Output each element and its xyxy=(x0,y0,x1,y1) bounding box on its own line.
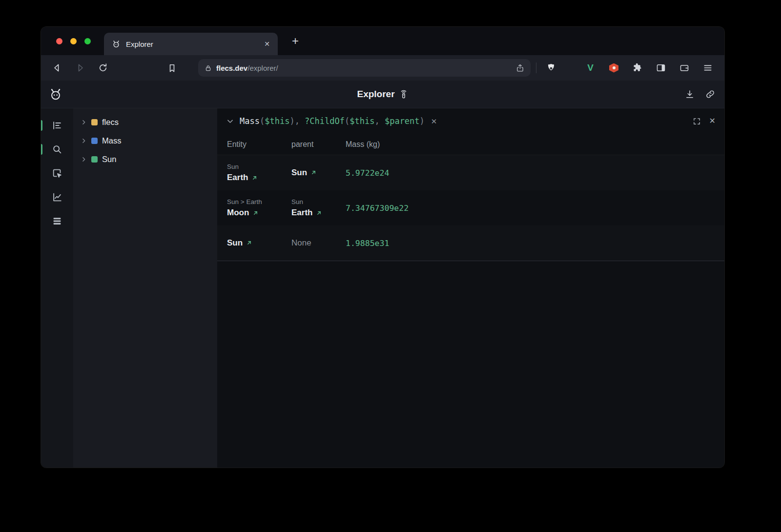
address-bar[interactable]: flecs.dev/explorer/ xyxy=(198,59,531,77)
back-button[interactable] xyxy=(48,59,66,77)
maximize-window-button[interactable] xyxy=(84,38,91,44)
remote-connection-icon xyxy=(399,90,409,99)
minimize-window-button[interactable] xyxy=(70,38,77,44)
query-token: $parent xyxy=(385,116,420,126)
tree-item-sun[interactable]: Sun xyxy=(81,150,217,168)
goto-entity-icon[interactable] xyxy=(252,210,259,216)
entity-color-swatch xyxy=(91,138,98,144)
wallet-icon[interactable] xyxy=(675,59,693,77)
entity-name: Moon xyxy=(227,207,249,219)
tab-title: Explorer xyxy=(126,40,259,48)
column-header-mass: Mass (kg) xyxy=(346,134,724,155)
flecs-logo[interactable] xyxy=(49,87,62,101)
rail-item-inspect[interactable] xyxy=(41,168,73,179)
close-window-button[interactable] xyxy=(56,38,62,44)
query-text[interactable]: Mass($this), ?ChildOf($this, $parent) xyxy=(240,116,425,126)
table-body: Sun Earth Sun xyxy=(217,155,724,261)
active-indicator xyxy=(41,120,42,131)
app-body: flecs Mass Sun xyxy=(41,108,724,468)
goto-entity-icon[interactable] xyxy=(251,175,258,181)
clear-query-icon[interactable]: ✕ xyxy=(431,118,437,125)
entity-color-swatch xyxy=(91,119,98,125)
close-panel-icon[interactable]: ✕ xyxy=(709,117,716,125)
download-icon[interactable] xyxy=(681,86,698,102)
vue-devtools-icon[interactable]: V xyxy=(581,59,599,77)
new-tab-button[interactable]: + xyxy=(288,33,303,49)
table-row: Sun > Earth Moon Sun Earth xyxy=(217,190,724,225)
query-panel: Mass($this), ?ChildOf($this, $parent) ✕ … xyxy=(217,108,724,468)
tab-close-icon[interactable]: ✕ xyxy=(264,41,270,47)
icon-rail xyxy=(41,108,73,468)
query-bar: Mass($this), ?ChildOf($this, $parent) ✕ … xyxy=(217,108,724,134)
hexagon-extension-icon[interactable] xyxy=(605,59,623,77)
table-row: Sun None 1.9885e31 xyxy=(217,225,724,261)
query-token: ( xyxy=(260,116,265,126)
goto-entity-icon[interactable] xyxy=(316,210,322,216)
extensions-puzzle-icon[interactable] xyxy=(628,59,646,77)
entity-cell: Sun xyxy=(227,225,291,261)
traffic-lights xyxy=(41,38,91,44)
table-row: Sun Earth Sun xyxy=(217,155,724,190)
column-header-parent: parent xyxy=(291,134,346,155)
rail-item-logs[interactable] xyxy=(41,216,73,226)
mass-value: 7.34767309e22 xyxy=(346,204,724,213)
mass-value: 5.9722e24 xyxy=(346,168,724,178)
rail-item-charts[interactable] xyxy=(41,192,73,203)
entity-parent-path: Sun xyxy=(227,162,291,172)
toolbar-separator xyxy=(536,62,536,73)
column-header-entity: Entity xyxy=(227,134,291,155)
chevron-right-icon[interactable] xyxy=(81,119,87,125)
parent-parent-path: Sun xyxy=(291,197,346,207)
tree-item-label: flecs xyxy=(102,118,119,127)
entity-name: Earth xyxy=(227,172,248,184)
share-icon[interactable] xyxy=(516,64,524,72)
query-token: ( xyxy=(345,116,349,126)
rail-item-search[interactable] xyxy=(41,144,73,155)
sidebar-toggle-icon[interactable] xyxy=(652,59,670,77)
entity-cell: Sun > Earth Moon xyxy=(227,190,291,225)
parent-name: None xyxy=(291,237,311,249)
page-title: Explorer xyxy=(357,89,408,100)
expand-icon[interactable] xyxy=(693,117,701,125)
chevron-right-icon[interactable] xyxy=(81,138,87,144)
url-path: /explorer/ xyxy=(247,64,278,72)
query-token: ?ChildOf xyxy=(305,116,345,126)
entity-cell: Sun Earth xyxy=(227,155,291,190)
tree-item-label: Sun xyxy=(102,155,116,164)
parent-name: Sun xyxy=(291,167,307,179)
parent-cell: Sun xyxy=(291,155,346,190)
desktop-background: Explorer ✕ + flecs.dev/expl xyxy=(0,0,781,532)
entity-color-swatch xyxy=(91,156,98,163)
chevron-right-icon[interactable] xyxy=(81,156,87,163)
goto-entity-icon[interactable] xyxy=(246,240,252,246)
mass-cell: 7.34767309e22 xyxy=(346,190,724,225)
header-actions xyxy=(681,86,724,102)
app-header: Explorer xyxy=(41,81,724,108)
lock-icon xyxy=(205,64,212,72)
table-header: Entity parent Mass (kg) xyxy=(217,134,724,155)
bookmark-icon[interactable] xyxy=(163,59,181,77)
goto-entity-icon[interactable] xyxy=(310,169,317,176)
tree-item-flecs[interactable]: flecs xyxy=(81,113,217,131)
forward-button[interactable] xyxy=(71,59,89,77)
menu-icon[interactable] xyxy=(699,59,717,77)
query-bar-actions: ✕ xyxy=(693,117,716,125)
active-indicator xyxy=(41,144,42,155)
browser-toolbar: flecs.dev/explorer/ V xyxy=(41,55,724,81)
rail-item-tree[interactable] xyxy=(41,120,73,131)
entity-parent-path: Sun > Earth xyxy=(227,197,291,207)
link-icon[interactable] xyxy=(702,86,719,102)
parent-cell: Sun Earth xyxy=(291,190,346,225)
browser-tab-explorer[interactable]: Explorer ✕ xyxy=(104,33,278,55)
reload-button[interactable] xyxy=(94,59,112,77)
query-token: Mass xyxy=(240,116,260,126)
mass-cell: 1.9885e31 xyxy=(346,225,724,261)
tree-item-mass[interactable]: Mass xyxy=(81,131,217,150)
query-token: ), xyxy=(289,116,305,126)
extension-cluster: V xyxy=(581,59,718,77)
entity-name: Sun xyxy=(227,237,243,249)
brave-shield-icon[interactable] xyxy=(542,59,560,77)
page-title-text: Explorer xyxy=(357,89,394,100)
chevron-down-icon[interactable] xyxy=(226,117,234,125)
url-text: flecs.dev/explorer/ xyxy=(216,64,512,72)
